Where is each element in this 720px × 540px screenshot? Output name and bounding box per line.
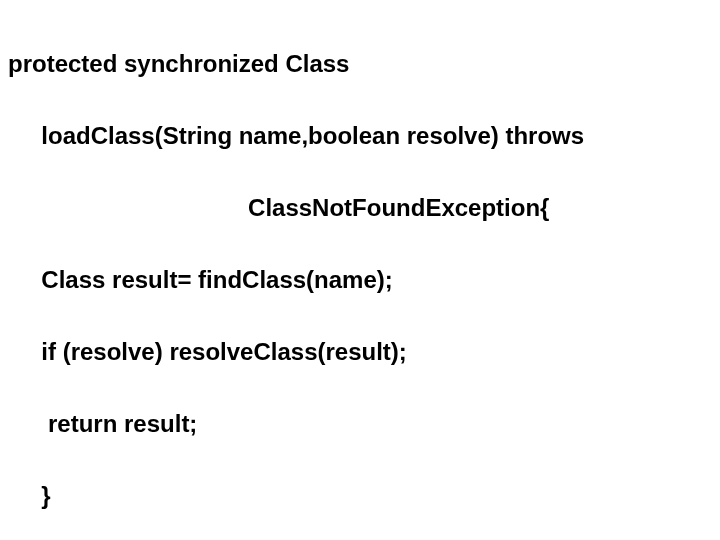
code-block: protected synchronized Class loadClass(S… (0, 0, 720, 540)
code-line: if (resolve) resolveClass(result); (8, 334, 712, 370)
code-line: protected synchronized Class (8, 46, 712, 82)
code-line: loadClass(String name,boolean resolve) t… (8, 118, 712, 154)
code-line: return result; (8, 406, 712, 442)
code-line: Class result= findClass(name); (8, 262, 712, 298)
code-line: ClassNotFoundException{ (8, 190, 712, 226)
code-line: } (8, 478, 712, 514)
